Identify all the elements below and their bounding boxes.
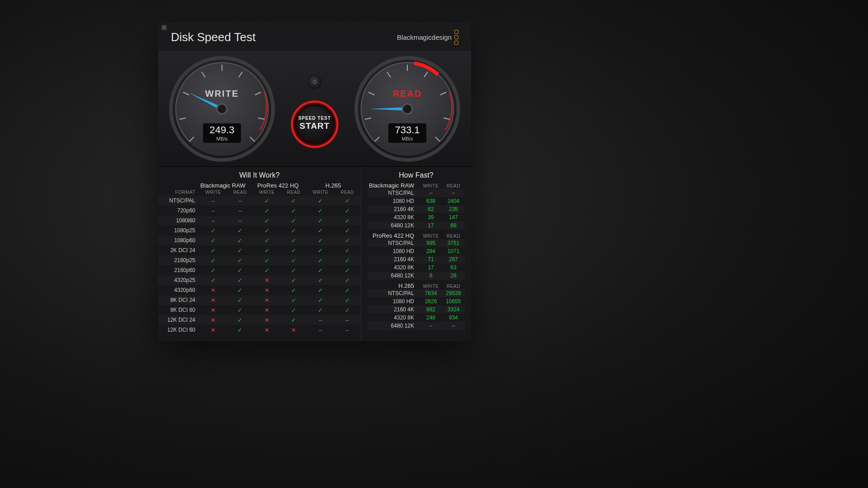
read-header: READ [442, 234, 465, 239]
check-icon: ✓ [280, 317, 307, 324]
will-it-work-title: Will It Work? [158, 171, 361, 179]
check-icon: ✓ [200, 267, 226, 274]
read-value: 733.1 [393, 125, 422, 135]
check-icon: ✓ [334, 287, 361, 294]
svg-point-25 [402, 104, 412, 114]
format-label: 4320p60 [163, 287, 200, 293]
check-icon: ✓ [334, 227, 361, 234]
check-icon: ✓ [334, 297, 361, 304]
check-icon: ✓ [307, 227, 334, 234]
codec-name: Blackmagic RAW [368, 182, 420, 189]
check-icon: ✓ [226, 267, 253, 274]
resolution-label: 6480 12K [368, 272, 420, 279]
column-header: WRITE [254, 190, 280, 195]
start-button[interactable]: SPEED TEST START [290, 99, 340, 149]
check-icon: ✓ [226, 257, 253, 264]
read-gauge-label: READ [354, 89, 460, 99]
read-value: 1071 [442, 248, 465, 254]
write-value: 8 [420, 272, 442, 279]
check-icon: ✓ [334, 217, 361, 224]
table-row: NTSC/PAL783429539 [368, 289, 465, 297]
brand-dots-icon [454, 30, 458, 45]
format-label: 2160p60 [163, 267, 200, 273]
check-icon: ✓ [226, 297, 253, 304]
format-label: 4320p25 [163, 277, 200, 283]
check-icon: ✓ [307, 307, 334, 314]
table-row: NTSC/PAL––✓✓✓✓ [158, 196, 361, 206]
table-row: 4320 8K248934 [368, 314, 465, 322]
write-value: – [420, 323, 442, 329]
read-value: – [442, 323, 465, 329]
read-header: READ [442, 183, 465, 188]
read-value: 147 [442, 214, 465, 221]
format-label: 1080p60 [163, 237, 200, 244]
x-icon: ✕ [254, 307, 280, 314]
check-icon: ✓ [307, 267, 334, 274]
write-value: 249.3 [208, 125, 236, 135]
table-row: NTSC/PAL–– [368, 189, 465, 197]
resolution-label: 4320 8K [368, 314, 420, 321]
how-fast-group: Blackmagic RAWWRITEREADNTSC/PAL––1080 HD… [368, 182, 465, 230]
check-icon: ✓ [307, 237, 334, 244]
check-icon: ✓ [334, 307, 361, 314]
table-row: 8K DCI 24✕✓✕✓✓✓ [158, 295, 361, 305]
resolution-label: 1080 HD [368, 298, 420, 305]
group-header: Blackmagic RAWWRITEREAD [368, 182, 465, 189]
dash-icon: – [334, 327, 361, 333]
check-icon: ✓ [307, 217, 334, 224]
write-gauge-dial [169, 56, 275, 162]
read-value: 2404 [442, 198, 465, 204]
check-icon: ✓ [226, 327, 253, 333]
write-header: WRITE [420, 284, 442, 289]
codec-name: H.265 [368, 282, 420, 289]
start-button-text: SPEED TEST START [290, 116, 340, 131]
check-icon: ✓ [226, 287, 253, 294]
check-icon: ✓ [280, 257, 307, 264]
codec-header: Blackmagic RAW [195, 182, 250, 189]
table-row: 2160p60✓✓✓✓✓✓ [158, 265, 361, 275]
check-icon: ✓ [280, 297, 307, 304]
read-value: 10655 [442, 298, 465, 305]
check-icon: ✓ [307, 247, 334, 254]
app-window: ✕ Disk Speed Test Blackmagicdesign [158, 23, 471, 341]
resolution-label: 2160 4K [368, 206, 420, 212]
check-icon: ✓ [200, 277, 226, 284]
check-icon: ✓ [334, 207, 361, 214]
table-row: 2160 4K71267 [368, 255, 465, 263]
resolution-label: 6480 12K [368, 323, 420, 329]
dash-icon: – [307, 317, 334, 324]
check-icon: ✓ [200, 247, 226, 254]
x-icon: ✕ [254, 317, 280, 324]
will-it-work-table: Blackmagic RAWProRes 422 HQH.265 FORMATW… [158, 182, 361, 335]
read-value: 934 [442, 314, 465, 321]
group-header: H.265WRITEREAD [368, 282, 465, 289]
x-icon: ✕ [254, 297, 280, 304]
check-icon: ✓ [280, 237, 307, 244]
format-label: 12K DCI 24 [163, 317, 200, 323]
table-row: NTSC/PAL9953751 [368, 239, 465, 247]
x-icon: ✕ [200, 307, 226, 314]
close-button[interactable]: ✕ [161, 25, 167, 30]
check-icon: ✓ [226, 307, 253, 314]
format-label: 8K DCI 24 [163, 297, 200, 303]
resolution-label: 2160 4K [368, 306, 420, 313]
dash-icon: – [334, 317, 361, 324]
gauge-area: WRITE 249.3 MB/s [158, 51, 471, 167]
check-icon: ✓ [280, 267, 307, 274]
table-row: 4320p25✓✓✕✓✓✓ [158, 275, 361, 285]
read-value: 66 [442, 222, 465, 229]
resolution-label: 4320 8K [368, 214, 420, 221]
check-icon: ✓ [254, 227, 280, 234]
write-value: – [420, 190, 442, 196]
check-icon: ✓ [226, 247, 253, 254]
check-icon: ✓ [307, 277, 334, 284]
x-icon: ✕ [200, 317, 226, 324]
read-value: 29539 [442, 290, 465, 296]
check-icon: ✓ [334, 237, 361, 244]
table-row: 6480 12K1766 [368, 221, 465, 230]
check-icon: ✓ [280, 247, 307, 254]
x-icon: ✕ [254, 277, 280, 284]
resolution-label: 1080 HD [368, 248, 420, 254]
write-value: 17 [420, 222, 442, 229]
settings-button[interactable]: ⚙ [308, 75, 321, 89]
